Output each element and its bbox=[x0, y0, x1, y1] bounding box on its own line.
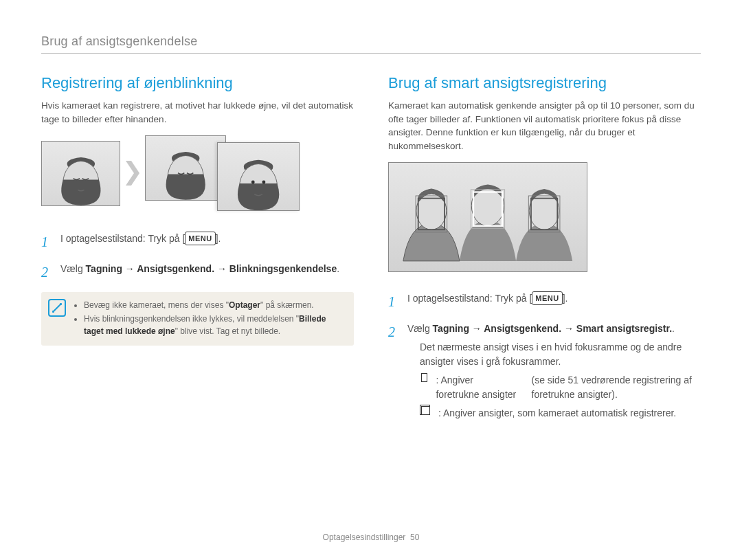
step-body: I optagelsestilstand: Tryk på [MENU]. bbox=[60, 232, 354, 246]
bullet-item: : Angiver foretrukne ansigter (se side 5… bbox=[420, 373, 701, 402]
step-text: Vælg bbox=[60, 263, 86, 274]
right-step-1: 1 I optagelsestilstand: Tryk på [MENU]. bbox=[388, 291, 701, 312]
bullet-item: Det nærmeste ansigt vises i en hvid foku… bbox=[420, 340, 701, 369]
note-text: Bevæg ikke kameraet, mens der vises " bbox=[84, 300, 229, 310]
left-step-1: 1 I optagelsestilstand: Tryk på [MENU]. bbox=[41, 232, 354, 252]
step-text: . bbox=[672, 323, 675, 334]
step-number: 1 bbox=[41, 232, 54, 252]
left-title: Registrering af øjenblinkning bbox=[41, 74, 354, 92]
group-faces-icon bbox=[393, 167, 583, 267]
right-steps: 1 I optagelsestilstand: Tryk på [MENU]. … bbox=[388, 291, 701, 425]
step-text: ]. bbox=[563, 293, 568, 304]
step-text: ]. bbox=[216, 233, 221, 244]
note-icon bbox=[48, 299, 66, 317]
right-intro: Kameraet kan automatisk genkende ansigte… bbox=[388, 99, 701, 153]
step-number: 2 bbox=[388, 322, 401, 342]
double-frame-icon bbox=[421, 406, 430, 415]
photo-eyes-closed bbox=[41, 141, 120, 206]
footer-page: 50 bbox=[410, 533, 419, 542]
left-intro: Hvis kameraet kan registrere, at motivet… bbox=[41, 99, 354, 126]
step-bold: Tagning → Ansigtsgenkend. → Smart ansigt… bbox=[433, 323, 673, 334]
right-step-2: 2 Vælg Tagning → Ansigtsgenkend. → Smart… bbox=[388, 322, 701, 425]
single-frame-icon bbox=[421, 373, 427, 382]
step-text: I optagelsestilstand: Tryk på [ bbox=[407, 293, 532, 304]
left-column: Registrering af øjenblinkning Hvis kamer… bbox=[41, 74, 354, 434]
step-text: I optagelsestilstand: Tryk på [ bbox=[60, 233, 185, 244]
menu-button-icon: MENU bbox=[532, 291, 562, 305]
step-body: Vælg Tagning → Ansigtsgenkend. → Smart a… bbox=[407, 322, 701, 425]
right-title: Brug af smart ansigtsregistrering bbox=[388, 74, 701, 92]
step-text: . bbox=[337, 263, 339, 274]
group-photo bbox=[388, 162, 587, 272]
svg-point-5 bbox=[262, 181, 265, 184]
face-open-icon bbox=[222, 150, 295, 210]
note-text: " blive vist. Tag et nyt billede. bbox=[175, 326, 280, 336]
bullet-item: : Angiver ansigter, som kameraet automat… bbox=[420, 406, 701, 421]
left-steps: 1 I optagelsestilstand: Tryk på [MENU]. … bbox=[41, 232, 354, 282]
note-bold: Optager bbox=[229, 300, 260, 310]
right-bullets: Det nærmeste ansigt vises i en hvid foku… bbox=[407, 340, 701, 421]
step-number: 1 bbox=[388, 291, 401, 312]
step-body: Vælg Tagning → Ansigtsgenkend. → Blinkni… bbox=[60, 262, 354, 276]
bullet-text: : Angiver ansigter, som kameraet automat… bbox=[438, 406, 676, 421]
footer-section: Optagelsesindstillinger bbox=[323, 533, 406, 542]
step-bold: Tagning → Ansigtsgenkend. → Blinkningsge… bbox=[86, 263, 337, 274]
note-box: Bevæg ikke kameraet, mens der vises "Opt… bbox=[41, 292, 354, 346]
note-list: Bevæg ikke kameraet, mens der vises "Opt… bbox=[74, 299, 346, 337]
step-number: 2 bbox=[41, 262, 54, 282]
blink-illustration bbox=[41, 135, 354, 211]
face-closed-icon bbox=[46, 148, 116, 205]
note-text: Hvis blinkningsgenkendelsen ikke lykkes,… bbox=[84, 314, 299, 324]
right-column: Brug af smart ansigtsregistrering Kamera… bbox=[388, 74, 701, 434]
page-header: Brug af ansigtsgenkendelse bbox=[41, 34, 701, 54]
note-item: Bevæg ikke kameraet, mens der vises "Opt… bbox=[84, 299, 346, 311]
page-footer: Optagelsesindstillinger 50 bbox=[0, 533, 742, 542]
bullet-subtext: (se side 51 vedrørende registrering af f… bbox=[532, 373, 701, 402]
note-item: Hvis blinkningsgenkendelsen ikke lykkes,… bbox=[84, 313, 346, 337]
photo-result-back bbox=[145, 135, 226, 201]
photo-stack bbox=[145, 135, 310, 211]
menu-button-icon: MENU bbox=[185, 232, 215, 245]
two-column-layout: Registrering af øjenblinkning Hvis kamer… bbox=[41, 74, 701, 434]
photo-result-front bbox=[217, 142, 300, 211]
face-result-icon bbox=[150, 142, 221, 200]
svg-point-4 bbox=[251, 181, 255, 184]
step-text: Vælg bbox=[407, 323, 433, 334]
bullet-text: : Angiver foretrukne ansigter bbox=[436, 373, 517, 402]
arrow-icon bbox=[126, 159, 139, 187]
page: Brug af ansigtsgenkendelse Registrering … bbox=[0, 0, 742, 455]
svg-marker-1 bbox=[126, 161, 139, 186]
left-step-2: 2 Vælg Tagning → Ansigtsgenkend. → Blink… bbox=[41, 262, 354, 282]
note-text: " på skærmen. bbox=[260, 300, 314, 310]
step-body: I optagelsestilstand: Tryk på [MENU]. bbox=[407, 291, 701, 306]
